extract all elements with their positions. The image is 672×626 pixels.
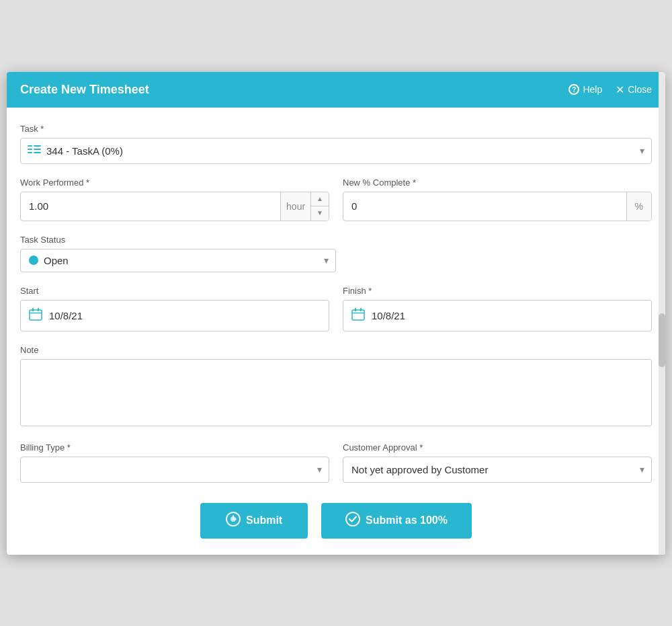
pct-unit-label: % (626, 192, 651, 221)
submit-100-button[interactable]: Submit as 100% (321, 503, 472, 539)
help-button[interactable]: ? Help (569, 84, 602, 95)
submit-label: Submit (246, 514, 282, 526)
svg-rect-12 (360, 308, 362, 311)
modal-header: Create New Timesheet ? Help ✕ Close (7, 72, 665, 108)
customer-approval-group: Customer Approval * Not yet approved by … (343, 442, 652, 483)
svg-rect-3 (34, 145, 41, 147)
submit-icon (226, 512, 241, 530)
svg-rect-4 (34, 149, 41, 150)
svg-rect-11 (355, 308, 356, 311)
task-status-select[interactable]: Open Closed In Progress (44, 255, 327, 266)
svg-rect-8 (38, 308, 39, 311)
modal-body: Task * 344 - TaskA (0%) ▾ (7, 108, 665, 555)
work-performed-input-wrapper: hour ▲ ▼ (20, 192, 329, 221)
work-increment-button[interactable]: ▲ (311, 192, 329, 206)
customer-approval-label: Customer Approval * (343, 442, 652, 453)
svg-rect-0 (28, 145, 32, 147)
task-status-group: Task Status Open Closed In Progress ▾ (20, 235, 652, 272)
start-group: Start (20, 286, 329, 331)
status-select-inner: Open Closed In Progress ▾ (20, 249, 336, 272)
work-spinner: ▲ ▼ (310, 192, 329, 221)
billing-type-select-wrapper: Billable Non-Billable ▾ (20, 457, 329, 483)
finish-label: Finish * (343, 286, 652, 296)
work-pct-row: Work Performed * hour ▲ ▼ New % Complete… (20, 178, 652, 235)
task-icon (28, 145, 41, 157)
submit-button[interactable]: Submit (200, 503, 308, 539)
customer-approval-select-wrapper: Not yet approved by Customer Approved by… (343, 457, 652, 483)
scrollbar-thumb[interactable] (659, 313, 665, 367)
pct-input[interactable] (343, 194, 626, 219)
status-dot-icon (29, 256, 38, 265)
dates-row: Start Finish * (20, 286, 652, 345)
close-icon: ✕ (616, 83, 624, 96)
svg-rect-10 (352, 310, 364, 320)
customer-approval-select[interactable]: Not yet approved by Customer Approved by… (343, 457, 651, 482)
svg-point-18 (346, 512, 360, 526)
work-unit-label: hour (280, 192, 310, 221)
note-textarea[interactable] (20, 359, 652, 426)
start-calendar-icon (29, 307, 42, 324)
finish-date-wrapper (343, 300, 652, 331)
start-date-wrapper (20, 300, 329, 331)
start-date-input[interactable] (49, 310, 321, 321)
svg-rect-1 (28, 149, 32, 150)
task-group: Task * 344 - TaskA (0%) ▾ (20, 124, 652, 164)
submit-100-label: Submit as 100% (366, 514, 448, 526)
svg-rect-7 (32, 308, 34, 311)
task-select-wrapper: 344 - TaskA (0%) ▾ (20, 138, 652, 164)
task-status-label: Task Status (20, 235, 652, 245)
note-group: Note (20, 345, 652, 429)
submit-100-icon (345, 512, 360, 530)
new-pct-group: New % Complete * % (343, 178, 652, 221)
scrollbar-track[interactable] (659, 72, 665, 555)
work-performed-label: Work Performed * (20, 178, 329, 188)
work-performed-group: Work Performed * hour ▲ ▼ (20, 178, 329, 221)
billing-type-label: Billing Type * (20, 442, 329, 453)
finish-group: Finish * (343, 286, 652, 331)
billing-approval-row: Billing Type * Billable Non-Billable ▾ C… (20, 442, 652, 496)
task-status-select-wrapper: Open Closed In Progress ▾ (20, 249, 336, 272)
new-pct-label: New % Complete * (343, 178, 652, 188)
work-performed-input[interactable] (21, 194, 280, 219)
billing-type-select[interactable]: Billable Non-Billable (21, 457, 329, 482)
task-label: Task * (20, 124, 652, 134)
form-footer: Submit Submit as 100% (20, 496, 652, 541)
header-actions: ? Help ✕ Close (569, 83, 652, 96)
note-label: Note (20, 345, 652, 355)
billing-type-group: Billing Type * Billable Non-Billable ▾ (20, 442, 329, 483)
modal-title: Create New Timesheet (20, 83, 149, 97)
pct-input-wrapper: % (343, 192, 652, 221)
svg-rect-6 (30, 310, 42, 320)
work-decrement-button[interactable]: ▼ (311, 206, 329, 221)
finish-date-input[interactable] (372, 310, 643, 321)
svg-rect-5 (34, 152, 41, 153)
help-icon: ? (569, 84, 579, 95)
finish-calendar-icon (351, 307, 365, 324)
close-button[interactable]: ✕ Close (616, 83, 652, 96)
task-select[interactable]: 344 - TaskA (0%) (21, 139, 651, 163)
start-label: Start (20, 286, 329, 296)
svg-rect-2 (28, 152, 32, 153)
